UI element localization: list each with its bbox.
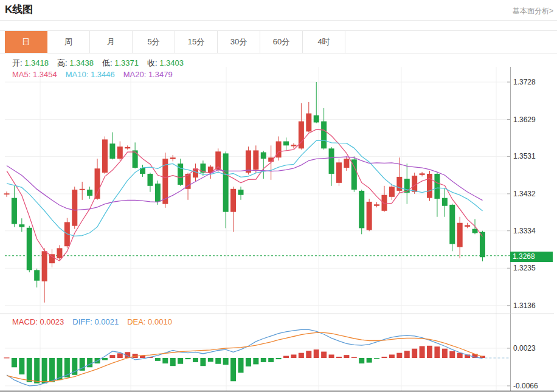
legend-label: 高: [57, 58, 69, 67]
svg-text:-0.0066: -0.0066 [513, 382, 538, 390]
legend-value: 1.3438 [69, 58, 94, 67]
svg-text:1.3531: 1.3531 [513, 152, 536, 160]
legend-label: DEA: [127, 317, 148, 326]
svg-text:1.3629: 1.3629 [513, 115, 536, 124]
ma5-line [7, 129, 483, 261]
legend-value: 1.3371 [114, 58, 139, 67]
ma20-line [7, 157, 483, 210]
ma-legend: MA5: 1.3454MA10: 1.3446MA20: 1.3479 [12, 70, 181, 79]
dea-line [7, 332, 483, 382]
svg-text:1.3432: 1.3432 [513, 190, 536, 198]
svg-text:1.3136: 1.3136 [513, 301, 536, 310]
legend-value: 1.3454 [33, 70, 57, 79]
legend-value: 1.3446 [91, 70, 115, 79]
svg-text:0.0023: 0.0023 [513, 344, 536, 352]
svg-text:1.3334: 1.3334 [513, 227, 536, 235]
legend-label: 收: [147, 58, 159, 67]
candles [4, 82, 485, 303]
legend-label: DIFF: [72, 317, 94, 326]
legend-value: 1.3479 [148, 70, 173, 79]
legend-label: MA20: [123, 70, 148, 79]
svg-text:1.3728: 1.3728 [513, 78, 536, 86]
svg-text:1.3235: 1.3235 [513, 264, 536, 272]
legend-label: MA5: [12, 70, 33, 79]
legend-label: MACD: [12, 317, 40, 326]
ohlc-legend: 开: 1.3418高: 1.3438低: 1.3371收: 1.3403 [12, 58, 192, 69]
kline-page: K线图 基本面分析> 日周月5分15分30分60分4时 1.37281.3629… [0, 0, 557, 392]
legend-label: MA10: [66, 70, 91, 79]
current-price-badge: 1.3268 [510, 252, 553, 262]
macd-histogram [4, 346, 485, 383]
legend-value: 0.0023 [40, 317, 64, 326]
right-axis: 1.37281.36291.35311.34321.33341.32351.31… [507, 67, 538, 391]
legend-label: 低: [102, 58, 114, 67]
macd-legend: MACD: 0.0023DIFF: 0.0021DEA: 0.0010 [12, 317, 181, 326]
legend-value: 1.3403 [159, 58, 184, 67]
legend-value: 0.0021 [94, 317, 119, 326]
legend-value: 1.3418 [24, 58, 49, 67]
legend-value: 0.0010 [148, 317, 172, 326]
legend-label: 开: [12, 58, 24, 67]
